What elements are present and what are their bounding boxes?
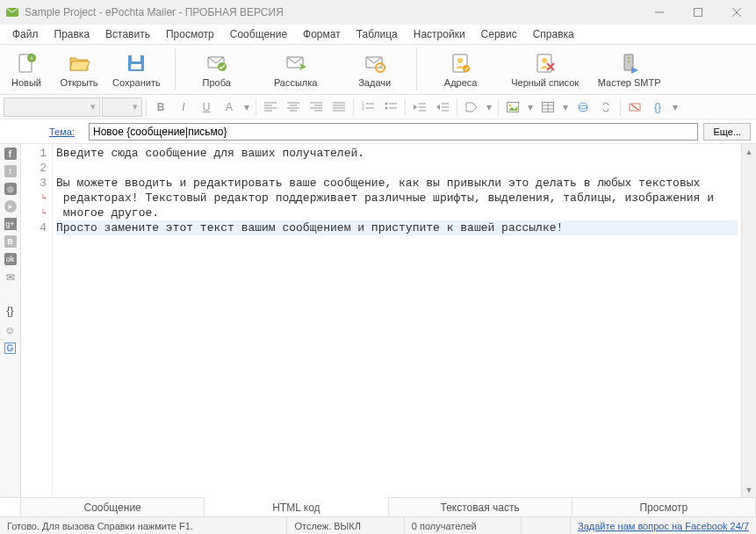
svg-point-20: [542, 58, 547, 63]
image-button[interactable]: [502, 97, 523, 117]
close-button[interactable]: [717, 0, 756, 25]
subject-label[interactable]: Тема:: [5, 126, 83, 137]
menu-правка[interactable]: Правка: [47, 26, 97, 42]
status-bar: Готово. Для вызова Справки нажмите F1. О…: [0, 516, 756, 534]
probe-button[interactable]: Проба: [177, 45, 256, 94]
indent-button[interactable]: [432, 97, 453, 117]
svg-point-17: [457, 58, 463, 63]
tab-1[interactable]: HTML код: [205, 497, 388, 516]
mail-icon[interactable]: ✉: [4, 271, 18, 285]
vk-icon[interactable]: B: [4, 235, 17, 248]
anchor-button[interactable]: [595, 97, 616, 117]
menu-сообщение[interactable]: Сообщение: [223, 26, 294, 42]
maximize-button[interactable]: [679, 0, 717, 25]
menu-bar: ФайлПравкаВставитьПросмотрСообщениеФорма…: [0, 25, 756, 44]
open-icon: [67, 51, 91, 76]
new-icon: +: [14, 51, 39, 76]
italic-button[interactable]: I: [173, 97, 194, 117]
smtp-icon: [617, 51, 642, 76]
svg-point-60: [579, 103, 587, 112]
braces-icon[interactable]: {}: [4, 304, 18, 318]
menu-файл[interactable]: Файл: [5, 26, 46, 42]
googleplus-icon[interactable]: g+: [4, 218, 17, 230]
chevron-down-icon[interactable]: ▾: [525, 97, 536, 117]
subject-row: Тема: Еще...: [0, 119, 756, 144]
font-family-select[interactable]: ▾: [4, 97, 100, 117]
svg-rect-10: [131, 64, 141, 69]
align-left-button[interactable]: [260, 97, 281, 117]
tab-0[interactable]: Сообщение: [21, 498, 205, 516]
link-button[interactable]: [572, 97, 594, 117]
align-justify-button[interactable]: [328, 97, 349, 117]
app-icon: [5, 5, 19, 19]
window-title: Sample Project - ePochta Mailer - ПРОБНА…: [25, 6, 640, 18]
more-button[interactable]: Еще...: [703, 123, 751, 141]
variable-button[interactable]: {}: [647, 97, 668, 117]
align-right-button[interactable]: [306, 97, 327, 117]
scroll-up-icon[interactable]: ▲: [742, 144, 756, 159]
status-recipients: 0 получателей: [405, 517, 522, 534]
new-button[interactable]: +Новый: [0, 45, 53, 94]
table-button[interactable]: [537, 97, 558, 117]
open-button[interactable]: Открыть: [53, 45, 105, 94]
svg-point-23: [628, 61, 630, 62]
code-editor[interactable]: 123↳↳4 Введите сюда сообщение для ваших …: [21, 144, 741, 497]
menu-справка[interactable]: Справка: [526, 26, 581, 42]
title-bar: Sample Project - ePochta Mailer - ПРОБНА…: [0, 0, 756, 25]
addr-button[interactable]: Адреса: [419, 45, 503, 94]
menu-сервис[interactable]: Сервис: [474, 26, 524, 42]
tag-button[interactable]: [461, 97, 482, 117]
menu-формат[interactable]: Формат: [296, 26, 348, 42]
black-button[interactable]: Черный список: [503, 45, 587, 94]
facebook-icon[interactable]: f: [4, 148, 17, 160]
menu-таблица[interactable]: Таблица: [349, 26, 405, 42]
underline-button[interactable]: U: [196, 97, 217, 117]
send-button[interactable]: Рассылка: [256, 45, 335, 94]
twitter-icon[interactable]: t: [4, 165, 17, 177]
svg-text:+: +: [30, 54, 34, 62]
send-icon: [284, 51, 308, 76]
svg-point-18: [463, 65, 470, 72]
smtp-button[interactable]: Мастер SMTP: [587, 45, 672, 94]
outdent-button[interactable]: [409, 97, 430, 117]
google-icon[interactable]: G: [4, 343, 16, 354]
svg-line-62: [631, 105, 638, 110]
chevron-down-icon[interactable]: ▾: [560, 97, 571, 117]
line-gutter: 123↳↳4: [21, 144, 53, 497]
subject-input[interactable]: [89, 123, 698, 141]
status-ready: Готово. Для вызова Справки нажмите F1.: [0, 517, 287, 534]
main-toolbar: +НовыйОткрытьСохранитьПробаРассылкаЗадач…: [0, 44, 756, 95]
tab-2[interactable]: Текстовая часть: [389, 498, 572, 516]
font-size-select[interactable]: ▾: [102, 97, 142, 117]
chevron-down-icon[interactable]: ▾: [484, 97, 494, 117]
code-content[interactable]: Введите сюда сообщение для ваших получат…: [53, 144, 741, 497]
telegram-icon[interactable]: ➤: [4, 200, 17, 213]
facebook-link[interactable]: Задайте нам вопрос на Facebook 24/7: [571, 517, 756, 534]
status-tracking: Отслеж. ВЫКЛ: [287, 517, 404, 534]
numbered-list-button[interactable]: 12: [357, 97, 378, 117]
bullet-list-button[interactable]: [380, 97, 401, 117]
chevron-down-icon[interactable]: ▾: [241, 97, 252, 117]
probe-icon: [205, 51, 229, 76]
chevron-down-icon[interactable]: ▾: [670, 97, 680, 117]
menu-вставить[interactable]: Вставить: [98, 26, 157, 42]
scroll-down-icon[interactable]: ▼: [742, 482, 756, 497]
minimize-button[interactable]: [640, 0, 679, 25]
tab-3[interactable]: Просмотр: [572, 498, 756, 516]
svg-point-46: [385, 106, 388, 109]
align-center-button[interactable]: [283, 97, 304, 117]
menu-настройки[interactable]: Настройки: [407, 26, 472, 42]
tasks-button[interactable]: Задачи: [335, 45, 414, 94]
unsubscribe-button[interactable]: [624, 97, 645, 117]
svg-point-22: [628, 57, 630, 59]
addr-icon: [449, 51, 473, 76]
social-sidebar: f t ◎ ➤ g+ B ok ✉ {} ☺ G: [0, 144, 21, 497]
instagram-icon[interactable]: ◎: [4, 183, 17, 195]
bold-button[interactable]: B: [150, 97, 171, 117]
vertical-scrollbar[interactable]: ▲ ▼: [741, 144, 756, 497]
font-color-button[interactable]: A: [219, 97, 240, 117]
save-button[interactable]: Сохранить: [105, 45, 168, 94]
smiley-icon[interactable]: ☺: [4, 323, 18, 337]
menu-просмотр[interactable]: Просмотр: [159, 26, 221, 42]
ok-icon[interactable]: ok: [4, 253, 17, 265]
